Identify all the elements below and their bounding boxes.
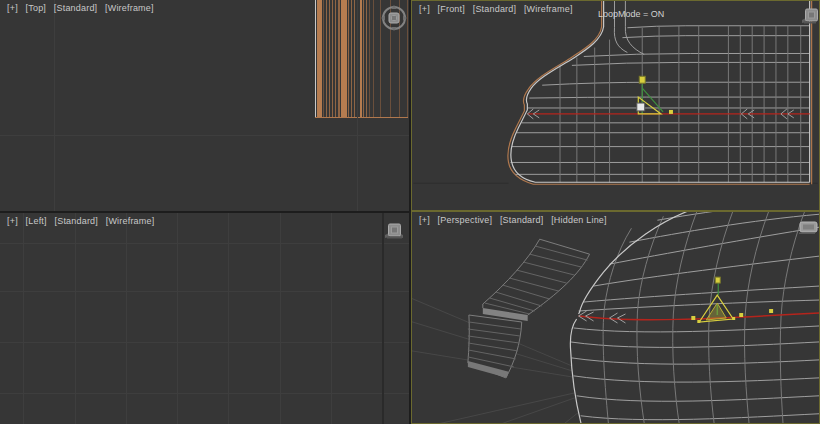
loopmode-status-text: LoopMode = ON (598, 9, 664, 19)
top-view-edge (317, 0, 322, 117)
top-view-edge (366, 0, 367, 117)
viewport-menu-pov[interactable]: [Perspective] (438, 215, 493, 225)
top-view-edge (373, 0, 374, 117)
viewport-splitter-horizontal[interactable] (0, 211, 409, 213)
top-view-edge (369, 0, 370, 117)
viewport-menu-pov[interactable]: [Front] (438, 4, 465, 14)
front-wireframe (412, 1, 819, 210)
viewport-menu-standard[interactable]: [Standard] (54, 216, 98, 226)
grid-line (357, 0, 358, 211)
viewport-menu-plus[interactable]: [+] (7, 3, 18, 13)
viewcube-face-icon[interactable] (383, 222, 405, 242)
top-view-profile-bottom-edge (315, 117, 408, 118)
top-view-edge (351, 0, 352, 117)
viewport-front-label: [+] [Front] [Standard] [Wireframe] (419, 4, 578, 15)
viewcube-face-icon[interactable] (800, 7, 819, 27)
top-view-edge (315, 0, 316, 117)
grid-line (54, 0, 55, 211)
top-view-edge (323, 0, 324, 117)
top-view-edge (338, 0, 340, 117)
viewport-menu-plus[interactable]: [+] (7, 216, 18, 226)
viewport-menu-shading[interactable]: [Hidden Line] (551, 215, 607, 225)
viewport-menu-standard[interactable]: [Standard] (500, 215, 544, 225)
perspective-wireframe (412, 212, 819, 423)
viewport-area: [+] [Top] [Standard] [Wireframe] [+] [Le… (0, 0, 820, 424)
grid-line (0, 135, 409, 136)
viewport-front[interactable]: LoopMode = ON [+] [Front] [Standard] [Wi… (412, 1, 819, 210)
top-view-edge (363, 0, 364, 117)
viewcube-partial-icon[interactable] (798, 220, 819, 236)
viewport-menu-plus[interactable]: [+] (419, 215, 430, 225)
top-view-edge (326, 0, 327, 117)
grid-line (0, 243, 409, 244)
viewport-menu-shading[interactable]: [Wireframe] (524, 4, 573, 14)
top-view-stripes (0, 0, 409, 211)
viewport-menu-standard[interactable]: [Standard] (54, 3, 98, 13)
viewport-menu-shading[interactable]: [Wireframe] (106, 216, 155, 226)
viewport-top[interactable]: [+] [Top] [Standard] [Wireframe] (0, 0, 409, 211)
viewport-menu-standard[interactable]: [Standard] (473, 4, 517, 14)
grid-axis-line (382, 213, 384, 424)
viewcube-ring-icon[interactable] (379, 3, 409, 33)
viewport-menu-pov[interactable]: [Left] (26, 216, 47, 226)
viewport-splitter-vertical[interactable] (409, 0, 411, 424)
viewport-splitter-horizontal-active[interactable] (412, 210, 819, 212)
grid-line (0, 291, 409, 292)
viewport-top-label: [+] [Top] [Standard] [Wireframe] (7, 3, 159, 14)
top-view-edge (329, 0, 330, 117)
grid-line (0, 342, 409, 343)
top-view-edge (335, 0, 336, 117)
top-view-edge (332, 0, 333, 117)
viewport-menu-shading[interactable]: [Wireframe] (105, 3, 154, 13)
viewport-left-label: [+] [Left] [Standard] [Wireframe] (7, 216, 159, 227)
viewport-menu-plus[interactable]: [+] (419, 4, 430, 14)
viewport-perspective-label: [+] [Perspective] [Standard] [Hidden Lin… (419, 215, 612, 226)
viewport-menu-pov[interactable]: [Top] (26, 3, 47, 13)
top-view-edge (360, 0, 362, 117)
viewport-perspective[interactable]: [+] [Perspective] [Standard] [Hidden Lin… (412, 212, 819, 423)
top-view-edge (348, 0, 349, 117)
top-view-edge (354, 0, 355, 117)
viewport-left[interactable]: [+] [Left] [Standard] [Wireframe] (0, 213, 409, 424)
active-viewport-column: LoopMode = ON [+] [Front] [Standard] [Wi… (411, 0, 820, 424)
grid-line (0, 393, 409, 394)
top-view-edge (341, 0, 347, 117)
